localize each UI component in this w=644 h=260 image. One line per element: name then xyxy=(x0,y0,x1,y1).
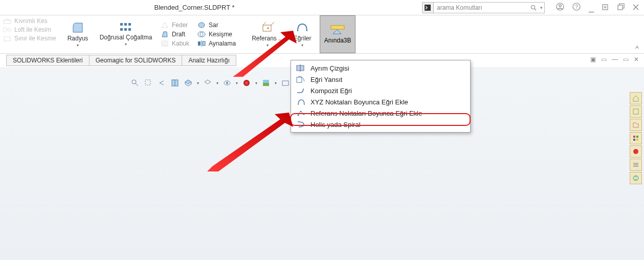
previous-view-icon[interactable] xyxy=(157,78,166,88)
command-prompt-icon xyxy=(423,3,434,13)
command-search[interactable]: ▾ xyxy=(422,2,545,13)
zoom-area-icon[interactable] xyxy=(144,78,153,88)
taskpane-home-icon[interactable] xyxy=(630,92,642,104)
svg-rect-24 xyxy=(163,42,166,45)
search-icon[interactable] xyxy=(528,5,539,11)
rib-button[interactable]: Feder xyxy=(161,21,189,29)
curves-dropdown: Ayrım Çizgisi Eğri Yansıt Kompozit Eğri … xyxy=(291,60,471,133)
tab-addins[interactable]: SOLIDWORKS Eklentileri xyxy=(6,55,90,66)
view-orientation-icon[interactable] xyxy=(184,78,193,88)
svg-rect-57 xyxy=(636,136,638,138)
ribbon: Kıvrımlı Kes Loft ile Kesim Sınır ile Ke… xyxy=(0,15,644,54)
taskpane-forum-icon[interactable] xyxy=(630,172,642,184)
svg-point-1 xyxy=(531,5,535,9)
svg-rect-21 xyxy=(124,28,127,31)
fillet-button[interactable]: Radyus ▾ xyxy=(60,15,95,53)
panel-dropdown-icon[interactable]: ▭ xyxy=(601,56,607,63)
hide-show-icon[interactable] xyxy=(223,78,232,88)
edit-appearance-icon[interactable] xyxy=(242,78,251,88)
panel-max-icon[interactable]: ▭ xyxy=(623,56,629,63)
svg-rect-29 xyxy=(203,41,205,46)
view-settings-icon[interactable] xyxy=(281,78,290,88)
svg-rect-13 xyxy=(4,20,11,24)
search-input[interactable] xyxy=(434,4,528,11)
svg-rect-45 xyxy=(263,80,269,83)
feature-mid-group2: Sar Kesişme Aynalama xyxy=(193,15,240,53)
reference-geometry-button[interactable]: Referans ... ▾ xyxy=(250,15,285,53)
instant3d-button[interactable]: Anında3B xyxy=(320,15,356,53)
restore2-button[interactable] xyxy=(617,3,625,12)
wrap-button[interactable]: Sar xyxy=(197,21,236,29)
shell-button[interactable]: Kabuk xyxy=(161,40,189,47)
section-view-icon[interactable] xyxy=(170,78,180,88)
svg-point-36 xyxy=(132,80,136,84)
taskpane-explorer-icon[interactable] xyxy=(630,132,642,144)
feature-mid-group: Feder Draft Kabuk xyxy=(157,15,193,53)
titlebar-controls: ? _ xyxy=(551,2,644,13)
svg-rect-19 xyxy=(128,23,131,26)
help-icon[interactable]: ? xyxy=(572,3,581,12)
svg-rect-22 xyxy=(128,28,131,31)
svg-line-37 xyxy=(136,83,138,86)
taskpane-properties-icon[interactable] xyxy=(630,159,642,171)
svg-rect-35 xyxy=(331,26,344,29)
svg-point-15 xyxy=(8,28,11,31)
svg-point-14 xyxy=(4,27,7,32)
document-title: Blended_Corner.SLDPRT * xyxy=(143,4,246,11)
svg-point-60 xyxy=(633,149,638,154)
svg-text:?: ? xyxy=(575,4,578,10)
swept-cut-button[interactable]: Kıvrımlı Kes xyxy=(3,17,57,25)
apply-scene-icon[interactable] xyxy=(261,78,271,88)
split-line-item[interactable]: Ayrım Çizgisi xyxy=(291,62,470,74)
svg-rect-28 xyxy=(198,41,201,46)
svg-rect-55 xyxy=(633,109,638,114)
svg-rect-17 xyxy=(120,23,123,26)
cut-features-group: Kıvrımlı Kes Loft ile Kesim Sınır ile Ke… xyxy=(0,15,60,53)
mirror-button[interactable]: Aynalama xyxy=(197,40,236,47)
taskpane-design-library-icon[interactable] xyxy=(630,119,642,131)
tab-geomagic[interactable]: Geomagic for SOLIDWORKS xyxy=(89,55,183,66)
curve-through-reference-points-item[interactable]: Referans Noktaları Boyunca Eğri Ekle xyxy=(291,107,470,119)
display-style-icon[interactable] xyxy=(203,78,212,88)
ribbon-expand-icon[interactable]: ㅅ xyxy=(634,44,640,51)
svg-rect-38 xyxy=(145,80,150,85)
boundary-cut-button[interactable]: Sınır ile Kesme xyxy=(3,35,57,42)
linear-pattern-button[interactable]: Doğrusal Çoğaltma ▾ xyxy=(95,15,157,53)
tab-analysis-prep[interactable]: Analiz Hazırlığı xyxy=(182,55,236,66)
svg-line-33 xyxy=(271,22,274,25)
svg-rect-0 xyxy=(425,5,431,11)
intersect-button[interactable]: Kesişme xyxy=(197,31,236,38)
close-button[interactable] xyxy=(633,3,639,12)
minimize-button[interactable]: _ xyxy=(589,2,594,13)
svg-line-2 xyxy=(535,9,536,10)
curves-button[interactable]: Eğriler ▾ xyxy=(285,15,320,53)
user-icon[interactable] xyxy=(556,3,564,12)
svg-point-42 xyxy=(226,82,228,84)
svg-rect-20 xyxy=(120,28,123,31)
curve-through-xyz-item[interactable]: XYZ Noktaları Boyunca Eğri Ekle xyxy=(291,96,470,107)
helix-spiral-item[interactable]: Helis yada Spiral xyxy=(291,119,470,130)
svg-rect-49 xyxy=(297,77,302,82)
draft-button[interactable]: Draft xyxy=(161,31,189,38)
restore1-button[interactable] xyxy=(602,3,609,12)
svg-rect-10 xyxy=(618,5,623,10)
loft-cut-button[interactable]: Loft ile Kesim xyxy=(3,26,57,33)
svg-rect-16 xyxy=(4,37,10,41)
panel-close-icon[interactable]: ✕ xyxy=(634,56,639,63)
project-curve-item[interactable]: Eğri Yansıt xyxy=(291,74,470,85)
svg-rect-18 xyxy=(124,23,127,26)
svg-rect-31 xyxy=(263,25,271,31)
svg-point-4 xyxy=(559,5,561,7)
svg-point-34 xyxy=(268,27,269,29)
taskpane-appearances-icon[interactable] xyxy=(630,145,642,158)
composite-curve-item[interactable]: Kompozit Eğri xyxy=(291,85,470,96)
svg-point-43 xyxy=(243,80,250,86)
panel-min-icon[interactable]: — xyxy=(612,56,618,63)
zoom-fit-icon[interactable] xyxy=(130,78,140,88)
taskpane-resources-icon[interactable] xyxy=(630,105,642,118)
panel-arrange-icon[interactable]: ▣ xyxy=(590,56,596,63)
titlebar: Blended_Corner.SLDPRT * ▾ ? _ xyxy=(0,0,644,15)
svg-line-32 xyxy=(263,22,266,25)
svg-rect-46 xyxy=(282,81,288,85)
svg-rect-59 xyxy=(636,139,638,141)
